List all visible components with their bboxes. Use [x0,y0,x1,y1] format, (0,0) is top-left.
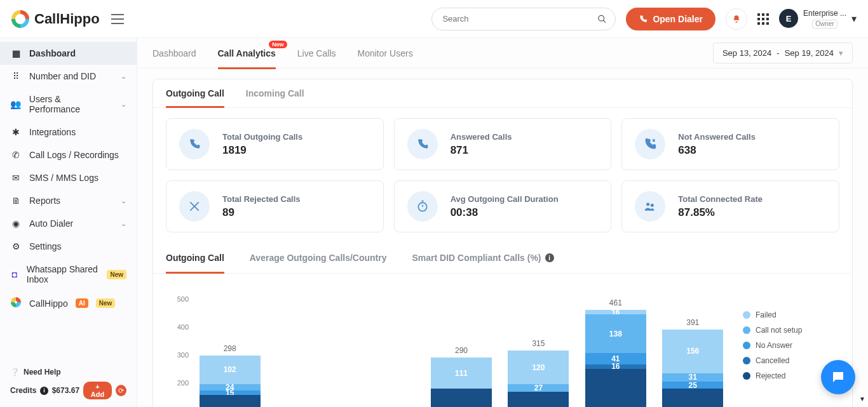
sidebar-item-label: Settings [29,241,62,251]
bar[interactable]: 111 [431,357,492,407]
sidebar-item-settings[interactable]: ⚙ Settings [0,235,137,258]
account-menu[interactable]: E Enterprise ... Owner ▾ [779,9,857,28]
tab-label: Call Analytics [218,48,276,58]
logo-icon [10,297,22,309]
bar[interactable]: 2531156 [662,330,723,407]
sidebar-item-label: Auto Dialer [29,218,73,229]
sidebar: ▦ Dashboard ⠿ Number and DID ⌄ 👥 Users &… [0,38,137,407]
subtab-incoming[interactable]: Incoming Call [246,79,304,107]
sidebar-item-label: Dashboard [29,48,76,58]
sidebar-item-label: Whatsapp Shared Inbox [27,264,100,284]
kpi-label: Total Rejected Calls [222,194,301,204]
tab-label: Monitor Users [358,48,413,58]
phone-icon [639,15,648,23]
logo-icon [11,10,29,28]
sidebar-item-whatsapp[interactable]: ◘ Whatsapp Shared Inbox New [0,258,137,291]
bar-slot: 461164113816 [577,298,654,407]
legend-item[interactable]: No Answer [743,341,839,350]
bar-segment [585,369,646,407]
dialpad-icon: ⠿ [10,71,22,81]
bar[interactable]: 27120 [508,350,569,407]
legend-item[interactable]: Call not setup [743,326,839,335]
bell-icon [732,15,741,23]
notifications-button[interactable] [726,8,747,30]
kpi-value: 1819 [222,144,302,157]
search-icon[interactable] [597,14,607,23]
sidebar-item-auto-dialer[interactable]: ◉ Auto Dialer ⌄ [0,212,137,235]
legend-label: Failed [756,310,776,319]
date-range-picker[interactable]: Sep 13, 2024 - Sep 19, 2024 ▾ [713,43,853,63]
account-role: Owner [812,20,837,29]
dialer-label: Open Dialer [653,14,703,24]
open-dialer-button[interactable]: Open Dialer [626,8,715,30]
tab-monitor-users[interactable]: Monitor Users [358,38,413,69]
help-icon: ❔ [10,368,20,377]
kpi-label: Total Connected Rate [678,194,763,204]
bar-segment: 102 [200,356,261,384]
bar-segment: 27 [508,384,569,392]
add-credits-button[interactable]: + Add [83,382,112,399]
chat-icon [831,370,846,385]
chevron-down-icon: ⌄ [121,220,126,228]
new-badge: New [107,270,126,279]
sidebar-item-users-perf[interactable]: 👥 Users & Performance ⌄ [0,88,137,121]
sidebar-item-call-logs[interactable]: ✆ Call Logs / Recordings [0,143,137,166]
bar-slot: 290111 [423,346,499,407]
legend-swatch [743,372,750,380]
info-icon[interactable]: i [545,253,554,262]
sidebar-item-reports[interactable]: 🗎 Reports ⌄ [0,189,137,212]
tab-dashboard[interactable]: Dashboard [153,38,196,69]
sidebar-item-sms-logs[interactable]: ✉ SMS / MMS Logs [0,166,137,189]
kpi-value: 00:38 [451,206,559,219]
kpi-not-answered: Not Answered Calls638 [621,118,839,170]
chat-fab[interactable] [821,360,855,394]
tab-live-calls[interactable]: Live Calls [297,38,336,69]
sidebar-item-number-did[interactable]: ⠿ Number and DID ⌄ [0,65,137,88]
sidebar-item-callhippo-ai[interactable]: CallHippo AI New [0,291,137,316]
subtab-label: Incoming Call [246,88,304,98]
avatar: E [779,9,798,28]
chart-tab-outgoing[interactable]: Outgoing Call [166,243,224,273]
legend-item[interactable]: Failed [743,310,839,319]
tab-call-analytics[interactable]: Call Analytics New [218,38,276,69]
sidebar-item-label: CallHippo [29,298,68,309]
message-icon: ✉ [10,173,22,183]
chevron-down-icon: ⌄ [121,72,126,81]
bar-segment: 120 [508,350,569,384]
brand-name: CallHippo [34,11,100,27]
legend-swatch [743,357,750,364]
chart-tab-smart-did[interactable]: Smart DID Compliant Calls (%) i [412,243,554,273]
bar-total: 298 [224,344,236,353]
brand-logo[interactable]: CallHippo [11,10,100,28]
bar-segment: 25 [662,382,723,389]
kpi-label: Not Answered Calls [678,132,756,142]
apps-grid-icon[interactable] [757,13,769,25]
bar-segment: 16 [585,310,646,314]
new-badge: New [96,298,116,308]
credits-label: Credits [10,386,36,395]
sidebar-item-label: Call Logs / Recordings [29,150,119,160]
hamburger-icon[interactable] [111,14,124,24]
search-input[interactable] [431,8,616,30]
kpi-answered: Answered Calls871 [394,118,612,170]
refresh-credits-button[interactable]: ⟳ [116,385,126,396]
bar[interactable]: 164113816 [585,310,646,407]
ai-badge: AI [76,298,88,308]
kpi-label: Avg Outgoing Call Duration [451,194,559,204]
subtab-outgoing[interactable]: Outgoing Call [166,79,224,107]
chart-tab-avg-country[interactable]: Average Outgoing Calls/Country [250,243,387,273]
info-icon[interactable]: i [40,387,48,395]
bar[interactable]: 1524102 [200,356,261,407]
y-tick: 300 [177,351,189,359]
chart-tab-label: Smart DID Compliant Calls (%) [412,253,541,263]
sidebar-item-dashboard[interactable]: ▦ Dashboard [0,42,137,65]
integrations-icon: ✱ [10,127,22,137]
legend-item[interactable]: Cancelled [743,356,839,365]
chart-tab-label: Average Outgoing Calls/Country [250,253,387,263]
scroll-down-icon[interactable]: ▾ [860,394,864,403]
need-help-link[interactable]: ❔ Need Help [10,368,126,377]
avatar-letter: E [786,14,792,23]
sidebar-item-integrations[interactable]: ✱ Integrations [0,121,137,143]
bar-segment: 16 [585,364,646,369]
bar-segment: 15 [200,390,261,395]
